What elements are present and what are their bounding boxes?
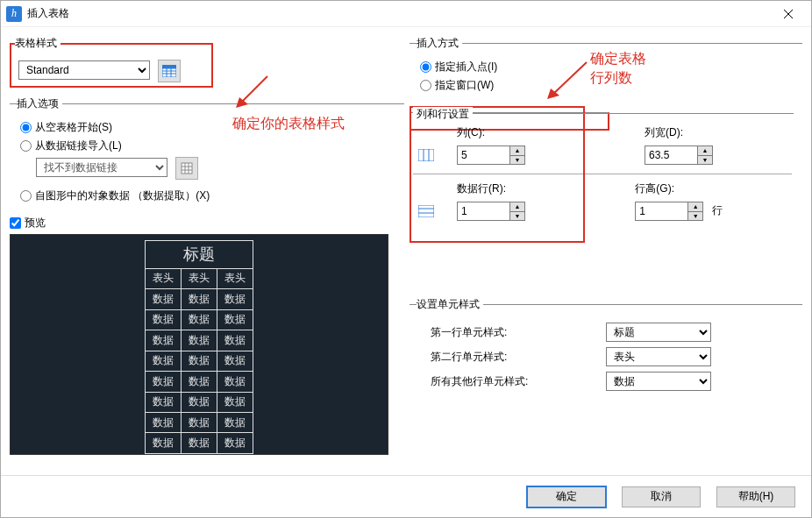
preview-data-cell: 数据 [182, 392, 217, 412]
cols-label: 列(C): [457, 125, 595, 140]
cellstyle-row1-select[interactable]: 标题 [606, 323, 711, 342]
rows-icon [418, 203, 434, 219]
radio-start-empty-label: 从空表格开始(S) [35, 120, 112, 135]
rows-spinner[interactable]: ▲▼ [509, 202, 525, 221]
annotation-arrow-left [234, 75, 269, 110]
cellstyle-legend: 设置单元样式 [417, 297, 483, 312]
colwidth-spinner[interactable]: ▲▼ [697, 145, 713, 165]
datalink-select[interactable]: 找不到数据链接 [36, 158, 167, 177]
radio-from-datalink[interactable] [20, 140, 32, 152]
svg-line-9 [239, 76, 267, 104]
cellstyle-group: 设置单元样式 第一行单元样式: 标题 第二行单元样式: 表头 所有其他行单元样式… [410, 297, 802, 396]
radio-insert-point[interactable] [420, 61, 431, 73]
close-button[interactable] [771, 2, 806, 26]
preview-data-cell: 数据 [182, 289, 217, 309]
rowheight-spinner[interactable]: ▲▼ [687, 202, 703, 221]
preview-title-cell: 标题 [146, 241, 253, 269]
radio-start-empty[interactable] [20, 122, 32, 133]
svg-line-16 [552, 62, 587, 96]
radio-from-datalink-label: 从数据链接导入(L) [35, 138, 122, 153]
rowheight-input[interactable] [635, 202, 687, 221]
datalink-browse-button[interactable] [175, 157, 198, 180]
preview-data-cell: 数据 [146, 372, 182, 392]
insert-options-legend: 插入选项 [17, 96, 62, 111]
columns-icon [418, 147, 434, 163]
annotation-left-text: 确定你的表格样式 [232, 115, 345, 133]
cellstyle-other-label: 所有其他行单元样式: [431, 374, 606, 389]
preview-data-cell: 数据 [146, 412, 182, 432]
preview-header-cell: 表头 [217, 268, 253, 288]
svg-rect-8 [162, 65, 176, 68]
svg-rect-21 [418, 205, 434, 217]
datalink-icon [181, 162, 193, 174]
rows-input[interactable] [457, 202, 509, 221]
rowheight-label: 行高(G): [635, 181, 783, 196]
preview-header-cell: 表头 [182, 268, 217, 288]
preview-data-cell: 数据 [182, 412, 217, 432]
preview-checkbox[interactable] [10, 217, 21, 229]
preview-data-cell: 数据 [217, 309, 253, 330]
cancel-button[interactable]: 取消 [622, 486, 701, 507]
preview-data-cell: 数据 [182, 433, 217, 454]
radio-insert-window[interactable] [420, 80, 431, 91]
preview-data-cell: 数据 [146, 392, 182, 412]
close-icon [784, 10, 793, 18]
annotation-right-line2: 行列数 [590, 69, 632, 88]
preview-data-cell: 数据 [182, 330, 217, 351]
cols-input[interactable] [457, 145, 509, 165]
preview-data-cell: 数据 [217, 412, 253, 432]
preview-table: 标题 表头 表头 表头 数据数据数据 数据数据数据 数据数据数据 数据数据数据 … [145, 240, 253, 454]
insert-options-group: 插入选项 从空表格开始(S) 从数据链接导入(L) 找不到数据链接 [10, 96, 404, 207]
colwidth-input[interactable] [645, 145, 697, 165]
preview-data-cell: 数据 [146, 433, 182, 454]
rowheight-unit: 行 [712, 204, 723, 216]
titlebar: h 插入表格 [1, 1, 811, 27]
radio-insert-window-label: 指定窗口(W) [435, 78, 494, 93]
preview-data-cell: 数据 [182, 372, 217, 392]
app-icon: h [6, 6, 22, 22]
cols-spinner[interactable]: ▲▼ [509, 145, 525, 165]
ok-button[interactable]: 确定 [527, 486, 606, 507]
preview-data-cell: 数据 [217, 289, 253, 309]
preview-data-cell: 数据 [217, 433, 253, 454]
rows-label: 数据行(R): [457, 181, 586, 196]
preview-data-cell: 数据 [217, 351, 253, 371]
annotation-arrow-right [545, 60, 588, 101]
dialog-window: h 插入表格 表格样式 Standard [0, 0, 812, 518]
table-style-legend: 表格样式 [15, 36, 61, 51]
radio-insert-point-label: 指定插入点(I) [435, 60, 497, 75]
table-grid-icon [162, 65, 176, 77]
cellstyle-row2-label: 第二行单元样式: [431, 350, 606, 365]
preview-data-cell: 数据 [217, 330, 253, 351]
colrow-legend-overlay: 列和行设置 [413, 107, 473, 122]
preview-data-cell: 数据 [217, 392, 253, 412]
preview-data-cell: 数据 [146, 289, 182, 309]
preview-data-cell: 数据 [182, 351, 217, 371]
table-style-group: 表格样式 Standard [10, 36, 213, 88]
preview-data-cell: 数据 [182, 309, 217, 330]
table-style-launch-button[interactable] [158, 60, 181, 82]
cellstyle-row2-select[interactable]: 表头 [606, 347, 711, 366]
preview-data-cell: 数据 [146, 330, 182, 351]
preview-header-cell: 表头 [146, 268, 182, 288]
radio-data-extract[interactable] [20, 190, 32, 202]
radio-data-extract-label: 自图形中的对象数据 （数据提取）(X) [35, 188, 210, 203]
svg-rect-18 [418, 149, 434, 161]
help-button[interactable]: 帮助(H) [716, 486, 795, 507]
window-title: 插入表格 [27, 6, 69, 21]
svg-marker-10 [236, 97, 248, 108]
preview-panel: 标题 表头 表头 表头 数据数据数据 数据数据数据 数据数据数据 数据数据数据 … [10, 234, 388, 455]
colwidth-label: 列宽(D): [645, 125, 783, 140]
svg-rect-11 [182, 163, 192, 174]
dialog-footer: 确定 取消 帮助(H) [1, 475, 811, 517]
preview-data-cell: 数据 [146, 351, 182, 371]
preview-data-cell: 数据 [217, 372, 253, 392]
cellstyle-other-select[interactable]: 数据 [606, 372, 711, 391]
table-style-select[interactable]: Standard [18, 60, 150, 80]
cellstyle-row1-label: 第一行单元样式: [431, 325, 606, 340]
preview-label: 预览 [25, 216, 46, 231]
annotation-right-line1: 确定表格 [590, 50, 646, 68]
preview-data-cell: 数据 [146, 309, 182, 330]
insert-method-legend: 插入方式 [417, 36, 462, 51]
